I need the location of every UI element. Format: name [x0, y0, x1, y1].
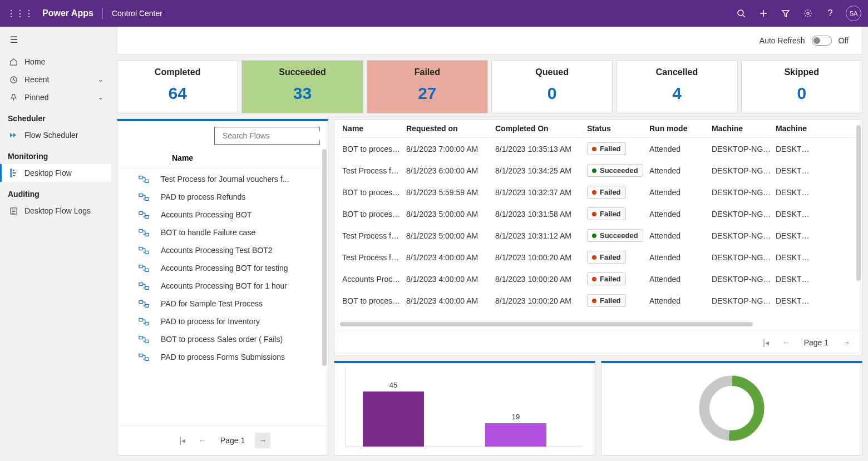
flow-list-item[interactable]: PAD to process for Inventory: [125, 313, 320, 330]
col-requested[interactable]: Requested on: [406, 124, 495, 133]
status-text: Failed: [600, 275, 621, 283]
run-requested: 8/1/2023 5:00:00 AM: [406, 231, 495, 240]
status-badge: Failed: [587, 251, 626, 264]
run-name: Test Process for ...: [342, 231, 406, 240]
add-icon[interactable]: [752, 2, 775, 24]
search-icon[interactable]: [730, 2, 752, 24]
bar: [485, 423, 546, 447]
run-requested: 8/1/2023 7:00:00 AM: [406, 145, 495, 153]
flow-list-item[interactable]: Accounts Processing BOT: [125, 206, 320, 224]
hamburger-icon[interactable]: ☰: [0, 27, 111, 53]
run-requested: 8/1/2023 5:00:00 AM: [406, 210, 495, 219]
run-name: BOT to process ...: [342, 296, 406, 305]
stat-value: 33: [246, 84, 358, 103]
pager-next-icon[interactable]: →: [839, 335, 854, 350]
flow-list-item[interactable]: PAD to process Refunds: [125, 188, 320, 206]
nav-desktop-flow-logs[interactable]: Desktop Flow Logs: [0, 202, 111, 220]
run-machine: DESKTOP-NG38...: [712, 145, 776, 153]
search-flows-input-wrap[interactable]: [214, 127, 320, 145]
flows-scrollbar[interactable]: [322, 149, 327, 366]
flow-list-item[interactable]: Test Process for Journal vouchers f...: [125, 170, 320, 188]
runs-row[interactable]: BOT to process ...8/1/2023 7:00:00 AM8/1…: [340, 138, 856, 160]
svg-rect-30: [139, 354, 143, 356]
runs-row[interactable]: Test Process for ...8/1/2023 4:00:00 AM8…: [340, 246, 856, 268]
run-name: Accounts Proces...: [342, 275, 406, 284]
run-status: Failed: [587, 142, 649, 155]
run-machine2: DESKTOP-: [776, 296, 815, 305]
section-monitoring: Monitoring: [0, 144, 111, 164]
col-machine[interactable]: Machine: [712, 124, 776, 133]
run-machine2: DESKTOP-: [776, 166, 815, 175]
nav-flow-scheduler[interactable]: Flow Scheduler: [0, 126, 111, 144]
flow-list-item[interactable]: Accounts Processing Test BOT2: [125, 241, 320, 259]
stat-value: 27: [372, 84, 483, 103]
runs-row[interactable]: Test Process for ...8/1/2023 5:00:00 AM8…: [340, 225, 856, 246]
svg-rect-23: [145, 286, 149, 289]
col-name[interactable]: Name: [342, 124, 406, 133]
svg-rect-31: [145, 358, 149, 360]
nav-label: Home: [24, 57, 45, 66]
svg-rect-27: [145, 322, 149, 325]
stat-card[interactable]: Failed27: [367, 60, 488, 113]
stat-card[interactable]: Cancelled4: [616, 60, 737, 113]
runs-row[interactable]: BOT to process ...8/1/2023 5:59:59 AM8/1…: [340, 181, 856, 203]
runs-panel: Name Requested on Completed On Status Ru…: [334, 119, 862, 355]
stat-card[interactable]: Skipped0: [741, 60, 862, 113]
pager-next-icon[interactable]: →: [255, 433, 270, 448]
flow-item-name: Accounts Processing Test BOT2: [161, 246, 318, 255]
flow-list-item[interactable]: Accounts Processing BOT for 1 hour: [125, 277, 320, 295]
status-dot-icon: [592, 299, 596, 303]
runs-vscrollbar[interactable]: [856, 125, 861, 281]
status-badge: Failed: [587, 294, 626, 307]
col-machine2[interactable]: Machine: [776, 124, 815, 133]
auto-refresh-toggle[interactable]: [812, 36, 832, 46]
runs-hscrollbar[interactable]: [340, 322, 856, 328]
nav-desktop-flow[interactable]: Desktop Flow: [0, 164, 111, 182]
run-status: Failed: [587, 294, 649, 307]
pager-first-icon[interactable]: |◂: [175, 433, 190, 448]
stat-card[interactable]: Queued0: [491, 60, 613, 113]
flow-list-item[interactable]: BOT to process Sales order ( Fails): [125, 330, 320, 348]
pager-first-icon[interactable]: |◂: [758, 335, 774, 350]
run-requested: 8/1/2023 6:00:00 AM: [406, 166, 495, 175]
waffle-icon[interactable]: ⋮⋮⋮: [7, 8, 33, 19]
flow-list-item[interactable]: PAD to process Forms Submissions: [125, 348, 320, 366]
nav-home[interactable]: Home: [0, 53, 111, 71]
flow-item-icon: [127, 300, 161, 308]
runs-row[interactable]: Test Process for ...8/1/2023 6:00:00 AM8…: [340, 160, 856, 181]
col-runmode[interactable]: Run mode: [649, 124, 712, 133]
flows-list[interactable]: Test Process for Journal vouchers f...PA…: [117, 168, 328, 425]
user-avatar[interactable]: SA: [846, 6, 861, 21]
col-completed[interactable]: Completed On: [495, 124, 587, 133]
search-flows-input[interactable]: [223, 131, 320, 140]
help-icon[interactable]: ?: [819, 2, 841, 24]
pager-prev-icon[interactable]: ←: [778, 335, 794, 350]
flow-list-item[interactable]: Accounts Processing BOT for testing: [125, 259, 320, 277]
flow-list-item[interactable]: PAD for Sample Test Process: [125, 295, 320, 313]
nav-recent[interactable]: Recent ⌄: [0, 71, 111, 88]
flow-item-name: BOT to handle Failure case: [161, 228, 318, 237]
stat-value: 0: [496, 84, 608, 103]
runs-row[interactable]: BOT to process ...8/1/2023 5:00:00 AM8/1…: [340, 203, 856, 225]
flow-list-item[interactable]: BOT to handle Failure case: [125, 224, 320, 241]
stat-card[interactable]: Succeeded33: [241, 60, 363, 113]
runs-row[interactable]: Accounts Proces...8/1/2023 4:00:00 AM8/1…: [340, 268, 856, 290]
filter-icon[interactable]: [775, 2, 797, 24]
runs-row[interactable]: BOT to process ...8/1/2023 4:00:00 AM8/1…: [340, 290, 856, 311]
col-status[interactable]: Status: [587, 124, 649, 133]
flow-item-icon: [127, 318, 161, 326]
nav-label: Desktop Flow Logs: [24, 206, 91, 215]
pager-prev-icon[interactable]: ←: [195, 433, 210, 448]
nav-label: Recent: [24, 75, 49, 84]
status-badge: Failed: [587, 186, 626, 199]
status-text: Failed: [600, 296, 621, 305]
run-status: Failed: [587, 272, 649, 285]
run-completed: 8/1/2023 10:34:25 AM: [495, 166, 587, 175]
nav-pinned[interactable]: Pinned ⌄: [0, 88, 111, 106]
run-mode: Attended: [649, 296, 712, 305]
run-requested: 8/1/2023 4:00:00 AM: [406, 296, 495, 305]
stat-label: Failed: [372, 67, 483, 77]
stat-card[interactable]: Completed64: [117, 60, 238, 113]
flow-item-icon: [127, 211, 161, 219]
settings-icon[interactable]: [797, 2, 819, 24]
